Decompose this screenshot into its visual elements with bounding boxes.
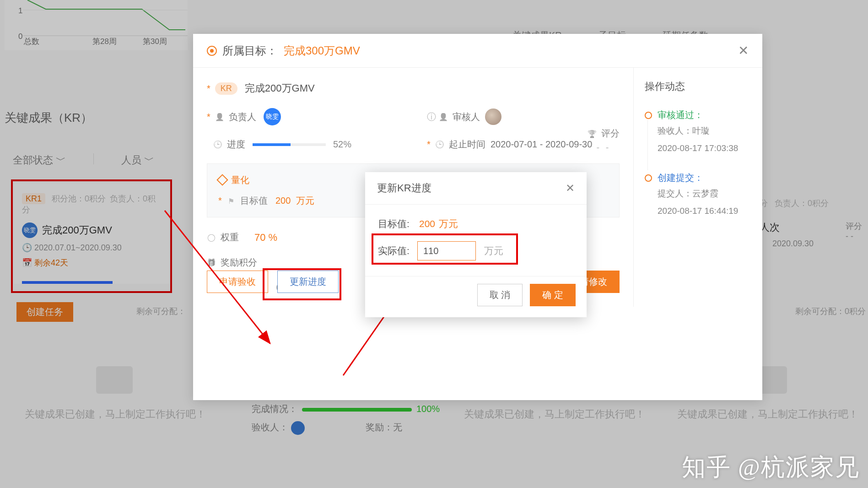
activity-item: 创建提交： 提交人：云梦霞 2020-08-17 16:44:19: [645, 172, 751, 216]
score-block: 评分 - -: [588, 127, 620, 153]
sm-target-num: 200: [419, 218, 435, 229]
sm-confirm-button[interactable]: 确 定: [530, 284, 576, 306]
owner-label: 负责人: [229, 111, 256, 123]
target-value: 完成300万GMV: [284, 43, 360, 58]
watermark: 知乎 @杭派家兄: [682, 451, 860, 483]
submodal-header: 更新KR进度 ✕: [365, 172, 587, 205]
activity-submitted: 创建提交：: [658, 172, 751, 184]
progress-label: 进度: [227, 138, 245, 151]
flag-icon: [226, 197, 236, 206]
weight-value: 70 %: [254, 232, 277, 244]
required-mark: *: [207, 83, 210, 94]
target-icon: [207, 46, 217, 56]
circle-icon: [207, 233, 216, 242]
time-value: 2020-07-01 - 2020-09-30: [491, 139, 592, 150]
reward-label: 奖励积分: [221, 256, 257, 269]
progress-pct: 52%: [333, 139, 351, 150]
kr-name: 完成200万GMV: [245, 81, 315, 95]
target-row: 目标值: 200 万元: [378, 217, 574, 230]
clock-icon: [435, 140, 444, 149]
gift-icon: [207, 258, 216, 267]
submodal-footer: 取 消 确 定: [365, 276, 587, 317]
user-icon: [215, 112, 224, 121]
activity-approved: 审核通过：: [658, 109, 751, 121]
sm-target-unit: 万元: [439, 217, 458, 230]
diamond-icon: [216, 174, 228, 185]
weight-label: 权重: [221, 231, 239, 244]
time-label: 起止时间: [449, 138, 485, 151]
activity-title: 操作动态: [645, 80, 751, 93]
target-val-label: 目标值: [240, 195, 268, 206]
progress-bar: [253, 143, 326, 146]
annotation-box-3: [372, 233, 518, 265]
activity-time: 2020-08-17 16:44:19: [658, 206, 751, 216]
clock-icon: [213, 140, 222, 149]
score-value: - -: [588, 142, 620, 153]
quant-title: 量化: [231, 175, 249, 185]
modal-header: 所属目标： 完成300万GMV ✕: [193, 34, 762, 68]
activity-item: 审核通过： 验收人：叶璇 2020-08-17 17:03:38: [645, 109, 751, 153]
target-val-unit: 万元: [296, 195, 314, 206]
score-label: 评分: [601, 128, 620, 138]
reviewer-label: 审核人: [453, 111, 480, 123]
target-label: 所属目标：: [222, 43, 277, 58]
sm-target-label: 目标值:: [378, 217, 417, 230]
apply-accept-button[interactable]: 申请验收: [207, 271, 268, 293]
info-icon: ⓘ: [427, 111, 436, 123]
trophy-icon: [588, 130, 597, 139]
sm-cancel-button[interactable]: 取 消: [477, 284, 523, 306]
activity-time: 2020-08-17 17:03:38: [658, 143, 751, 153]
target-val-num: 200: [275, 195, 291, 206]
reviewer-avatar[interactable]: [485, 108, 501, 125]
annotation-box-2: [263, 268, 341, 300]
activity-panel: 操作动态 审核通过： 验收人：叶璇 2020-08-17 17:03:38 创建…: [633, 68, 762, 307]
kr-badge: KR: [215, 82, 237, 95]
close-icon[interactable]: ✕: [566, 182, 575, 195]
owner-avatar[interactable]: 晓雯: [264, 108, 281, 125]
submodal-title: 更新KR进度: [377, 181, 431, 195]
user-icon: [439, 112, 448, 121]
close-icon[interactable]: ✕: [738, 43, 749, 58]
update-kr-modal: 更新KR进度 ✕ 目标值: 200 万元 实际值: 万元 取 消 确 定: [365, 172, 587, 317]
